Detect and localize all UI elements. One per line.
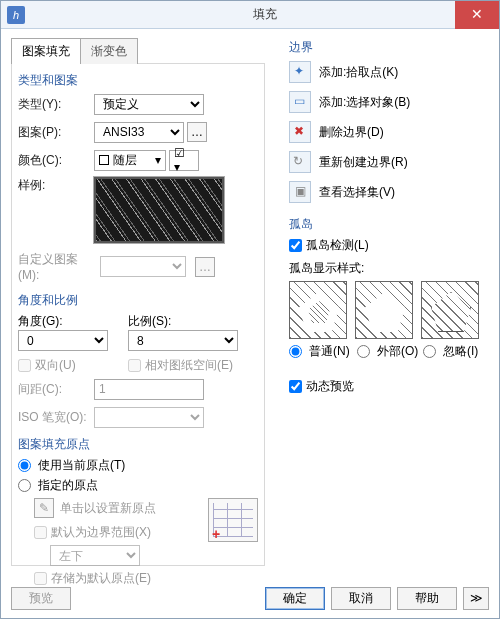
spacing-label: 间距(C): bbox=[18, 381, 94, 398]
double-check bbox=[18, 359, 31, 372]
group-origin: 图案填充原点 bbox=[18, 436, 258, 453]
color-label: 颜色(C): bbox=[18, 152, 94, 169]
def-bound-check bbox=[34, 526, 47, 539]
pick-point-icon: ✦ bbox=[289, 61, 311, 83]
type-select[interactable]: 预定义 bbox=[94, 94, 204, 115]
help-button[interactable]: 帮助 bbox=[397, 587, 457, 610]
scale-label: 比例(S): bbox=[128, 313, 238, 330]
preview-button[interactable]: 预览 bbox=[11, 587, 71, 610]
app-icon: h bbox=[7, 6, 25, 24]
pattern-browse-button[interactable]: … bbox=[187, 122, 207, 142]
view-sel-button[interactable]: ▣查看选择集(V) bbox=[289, 180, 489, 204]
group-island: 孤岛 bbox=[289, 216, 489, 233]
recreate-bound-button[interactable]: ↻重新创建边界(R) bbox=[289, 150, 489, 174]
island-normal-radio[interactable]: 普通(N) bbox=[289, 343, 353, 360]
group-angle: 角度和比例 bbox=[18, 292, 258, 309]
island-ignore-swatch[interactable] bbox=[421, 281, 479, 339]
recreate-bound-icon: ↻ bbox=[289, 151, 311, 173]
island-normal-swatch[interactable] bbox=[289, 281, 347, 339]
pattern-select[interactable]: ANSI33 bbox=[94, 122, 184, 143]
pick-origin-icon: ✎ bbox=[34, 498, 54, 518]
expand-button[interactable]: ≫ bbox=[463, 587, 489, 610]
custom-select bbox=[100, 256, 186, 277]
group-boundary: 边界 bbox=[289, 39, 489, 56]
origin-preview bbox=[208, 498, 258, 542]
tab-gradient[interactable]: 渐变色 bbox=[80, 38, 138, 64]
sample-swatch[interactable] bbox=[94, 177, 224, 243]
angle-select[interactable]: 0 bbox=[18, 330, 108, 351]
color-select[interactable]: 随层▾ bbox=[94, 150, 166, 171]
island-outer-radio[interactable]: 外部(O) bbox=[357, 343, 419, 360]
isopen-label: ISO 笔宽(O): bbox=[18, 409, 94, 426]
island-detect-check[interactable] bbox=[289, 239, 302, 252]
use-current-radio[interactable]: 使用当前原点(T) bbox=[18, 457, 258, 474]
remove-bound-button[interactable]: ✖删除边界(D) bbox=[289, 120, 489, 144]
cancel-button[interactable]: 取消 bbox=[331, 587, 391, 610]
specified-radio[interactable]: 指定的原点 bbox=[18, 477, 258, 494]
angle-label: 角度(G): bbox=[18, 313, 108, 330]
origin-pos-select: 左下 bbox=[50, 545, 140, 566]
close-button[interactable]: ✕ bbox=[455, 1, 499, 29]
island-outer-swatch[interactable] bbox=[355, 281, 413, 339]
dynamic-preview-check[interactable] bbox=[289, 380, 302, 393]
tab-hatch[interactable]: 图案填充 bbox=[11, 38, 81, 64]
view-sel-icon: ▣ bbox=[289, 181, 311, 203]
custom-label: 自定义图案(M): bbox=[18, 251, 94, 282]
island-style-label: 孤岛显示样式: bbox=[289, 260, 489, 277]
island-ignore-radio[interactable]: 忽略(I) bbox=[423, 343, 478, 360]
spacing-input bbox=[94, 379, 204, 400]
remove-bound-icon: ✖ bbox=[289, 121, 311, 143]
color2-select[interactable]: ☑ ▾ bbox=[169, 150, 199, 171]
relpaper-check bbox=[128, 359, 141, 372]
window-title: 填充 bbox=[31, 6, 499, 23]
add-pick-button[interactable]: ✦添加:拾取点(K) bbox=[289, 60, 489, 84]
custom-browse-button: … bbox=[195, 257, 215, 277]
select-object-icon: ▭ bbox=[289, 91, 311, 113]
isopen-select bbox=[94, 407, 204, 428]
sample-label: 样例: bbox=[18, 177, 94, 194]
ok-button[interactable]: 确定 bbox=[265, 587, 325, 610]
pattern-label: 图案(P): bbox=[18, 124, 94, 141]
group-type: 类型和图案 bbox=[18, 72, 258, 89]
add-select-button[interactable]: ▭添加:选择对象(B) bbox=[289, 90, 489, 114]
scale-select[interactable]: 8 bbox=[128, 330, 238, 351]
type-label: 类型(Y): bbox=[18, 96, 94, 113]
